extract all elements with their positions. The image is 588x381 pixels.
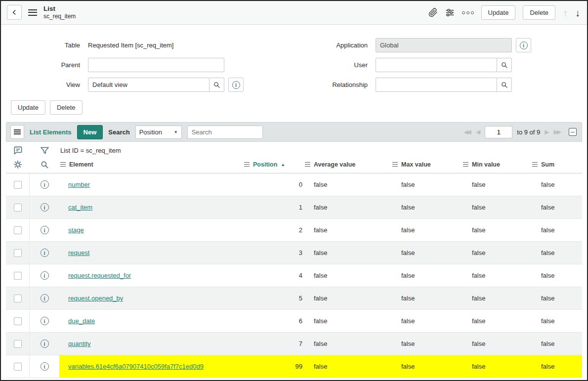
view-field[interactable] — [88, 78, 210, 92]
max-cell: false — [391, 287, 462, 309]
last-page-icon[interactable]: ▶▶ — [554, 129, 561, 135]
hamburger-icon — [14, 129, 21, 134]
average-cell: false — [304, 355, 391, 378]
application-info-button[interactable]: i — [516, 38, 531, 52]
min-cell: false — [462, 310, 531, 332]
list-context-menu-button[interactable] — [10, 125, 24, 139]
table-row: i request.opened_by 5 false false false … — [6, 287, 582, 310]
gear-icon[interactable] — [6, 159, 30, 170]
scroll-down-icon[interactable]: ↓ — [575, 8, 580, 18]
max-cell: false — [391, 173, 462, 196]
relationship-label: Relationship — [303, 81, 368, 88]
element-link[interactable]: request.opened_by — [68, 295, 123, 302]
scroll-up-icon[interactable]: ↑ — [563, 8, 568, 18]
search-column-select[interactable]: Position ▼ — [135, 126, 182, 139]
min-cell: false — [462, 333, 531, 355]
header-delete-button[interactable]: Delete — [523, 5, 555, 20]
row-checkbox[interactable] — [14, 295, 22, 302]
row-checkbox[interactable] — [14, 249, 22, 257]
row-checkbox[interactable] — [14, 317, 22, 325]
list-search-input[interactable] — [187, 126, 263, 139]
table-row: i due_date 6 false false false false — [6, 310, 582, 333]
row-checkbox[interactable] — [14, 363, 22, 371]
first-page-icon[interactable]: ◀◀ — [464, 129, 471, 135]
element-link[interactable]: number — [68, 181, 90, 188]
page-range-label: to 9 of 9 — [517, 128, 540, 136]
info-icon[interactable]: i — [41, 362, 49, 371]
table-row-highlighted: i variables.61e4cf6a07907410c059fa7f7c1e… — [6, 355, 582, 378]
info-icon[interactable]: i — [41, 271, 49, 280]
collapse-list-icon[interactable] — [569, 128, 577, 136]
max-cell: false — [391, 264, 462, 287]
search-icon — [501, 81, 508, 88]
chevron-down-icon: ▼ — [174, 130, 178, 134]
user-field[interactable] — [376, 58, 497, 72]
sum-cell: false — [531, 242, 582, 264]
element-link[interactable]: request — [68, 249, 89, 256]
column-header-average[interactable]: Average value — [304, 161, 391, 168]
element-link[interactable]: cat_item — [68, 204, 92, 211]
column-menu-icon — [305, 162, 310, 167]
column-header-element[interactable]: Element — [59, 161, 243, 168]
list-toolbar: List Elements New Search Position ▼ ◀◀ ◀… — [6, 122, 582, 142]
filter-funnel-icon[interactable] — [30, 142, 59, 159]
info-icon[interactable]: i — [41, 317, 49, 325]
row-checkbox[interactable] — [14, 226, 22, 234]
relationship-field[interactable] — [376, 78, 497, 92]
form-header-bar: List sc_req_item Update Delete ↑ ↓ — [1, 1, 587, 25]
row-checkbox[interactable] — [14, 181, 22, 189]
column-header-sum[interactable]: Sum — [531, 161, 582, 168]
info-icon[interactable]: i — [41, 180, 49, 189]
element-link[interactable]: quantity — [68, 340, 91, 347]
info-icon: i — [232, 81, 240, 89]
info-icon[interactable]: i — [41, 294, 49, 302]
more-actions-icon[interactable] — [462, 11, 474, 14]
chat-icon[interactable] — [6, 142, 30, 159]
next-page-icon[interactable]: ▶ — [545, 129, 549, 135]
table-row: i stage 2 false false false false — [6, 219, 582, 242]
element-link[interactable]: stage — [68, 226, 84, 234]
page-title-sub: sc_req_item — [43, 13, 76, 20]
pagination: ◀◀ ◀ to 9 of 9 ▶ ▶▶ — [464, 126, 577, 138]
column-header-position[interactable]: Position ▲ — [243, 161, 304, 168]
row-checkbox[interactable] — [14, 272, 22, 280]
breadcrumb[interactable]: List ID = sc_req_item — [59, 147, 582, 154]
info-icon: i — [520, 42, 528, 49]
row-checkbox[interactable] — [14, 340, 22, 348]
column-label: Element — [69, 161, 93, 168]
back-button[interactable] — [7, 5, 22, 20]
column-header-max[interactable]: Max value — [391, 161, 462, 168]
list-search-icon[interactable] — [30, 159, 59, 170]
column-header-min[interactable]: Min value — [462, 161, 531, 168]
page-title: List sc_req_item — [43, 5, 76, 20]
view-info-button[interactable]: i — [228, 78, 244, 92]
row-checkbox[interactable] — [14, 204, 22, 212]
sliders-icon[interactable] — [445, 8, 455, 17]
position-cell: 0 — [243, 173, 304, 196]
column-menu-icon — [60, 162, 66, 167]
table-body: i number 0 false false false false i cat… — [6, 173, 582, 378]
element-link[interactable]: due_date — [68, 317, 95, 325]
header-update-button[interactable]: Update — [481, 5, 516, 20]
parent-field[interactable] — [88, 58, 224, 72]
form-delete-button[interactable]: Delete — [50, 100, 83, 115]
new-button[interactable]: New — [77, 125, 103, 139]
search-label: Search — [108, 128, 129, 136]
relationship-lookup-button[interactable] — [497, 78, 512, 92]
view-lookup-button[interactable] — [209, 78, 224, 92]
info-icon[interactable]: i — [41, 226, 49, 234]
info-icon[interactable]: i — [41, 203, 49, 212]
attachment-icon[interactable] — [428, 8, 438, 17]
parent-label: Parent — [11, 61, 80, 69]
previous-page-icon[interactable]: ◀ — [476, 129, 480, 135]
info-icon[interactable]: i — [41, 339, 49, 348]
page-number-input[interactable] — [485, 126, 512, 138]
info-icon[interactable]: i — [41, 249, 49, 257]
form-context-menu-icon[interactable] — [28, 9, 37, 16]
element-link[interactable]: variables.61e4cf6a07907410c059fa7f7c1ed0… — [68, 363, 204, 370]
list-properties-form: Table Requested Item [sc_req_item] Paren… — [1, 25, 587, 115]
sum-cell: false — [531, 219, 582, 241]
user-lookup-button[interactable] — [497, 58, 512, 72]
element-link[interactable]: request.requested_for — [68, 272, 131, 279]
form-update-button[interactable]: Update — [11, 100, 45, 115]
